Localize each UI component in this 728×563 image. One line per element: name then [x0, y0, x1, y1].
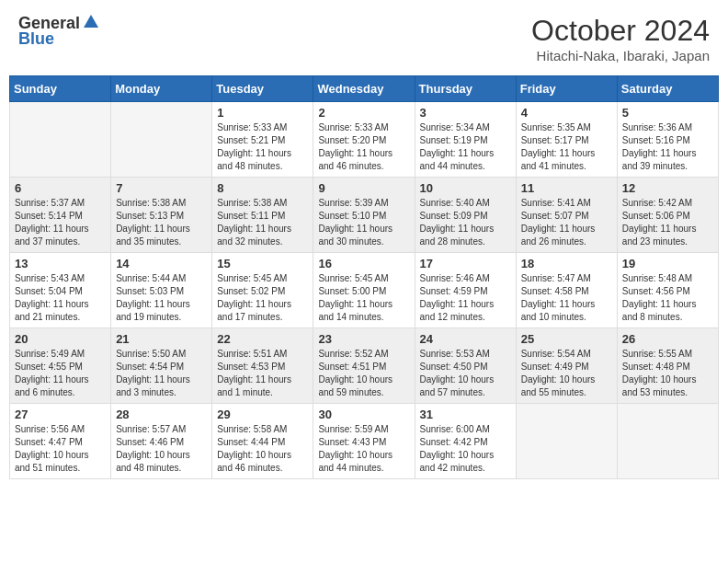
- day-number: 29: [217, 408, 308, 421]
- day-number: 16: [318, 257, 409, 270]
- calendar-cell: 26Sunrise: 5:55 AMSunset: 4:48 PMDayligh…: [617, 328, 718, 404]
- day-number: 19: [622, 257, 713, 270]
- day-info: Sunrise: 5:52 AMSunset: 4:51 PMDaylight:…: [318, 348, 409, 399]
- col-header-saturday: Saturday: [617, 76, 718, 102]
- day-info: Sunrise: 5:43 AMSunset: 5:04 PMDaylight:…: [15, 272, 106, 324]
- day-info: Sunrise: 5:49 AMSunset: 4:55 PMDaylight:…: [15, 348, 106, 399]
- calendar-cell: 18Sunrise: 5:47 AMSunset: 4:58 PMDayligh…: [516, 253, 617, 328]
- calendar-week-row: 20Sunrise: 5:49 AMSunset: 4:55 PMDayligh…: [10, 328, 719, 404]
- day-info: Sunrise: 5:36 AMSunset: 5:16 PMDaylight:…: [622, 121, 713, 173]
- day-info: Sunrise: 5:51 AMSunset: 4:53 PMDaylight:…: [217, 348, 308, 399]
- col-header-wednesday: Wednesday: [313, 76, 415, 102]
- day-info: Sunrise: 5:33 AMSunset: 5:20 PMDaylight:…: [318, 121, 409, 173]
- calendar-cell: 23Sunrise: 5:52 AMSunset: 4:51 PMDayligh…: [313, 328, 415, 404]
- svg-marker-0: [84, 15, 98, 28]
- calendar-cell: 25Sunrise: 5:54 AMSunset: 4:49 PMDayligh…: [516, 328, 617, 404]
- day-info: Sunrise: 5:57 AMSunset: 4:46 PMDaylight:…: [116, 423, 207, 475]
- calendar-cell: 17Sunrise: 5:46 AMSunset: 4:59 PMDayligh…: [415, 253, 516, 328]
- col-header-monday: Monday: [111, 76, 212, 102]
- day-info: Sunrise: 5:53 AMSunset: 4:50 PMDaylight:…: [420, 348, 511, 399]
- day-info: Sunrise: 5:34 AMSunset: 5:19 PMDaylight:…: [420, 121, 511, 173]
- day-number: 6: [15, 181, 106, 195]
- col-header-friday: Friday: [516, 76, 617, 102]
- day-info: Sunrise: 5:41 AMSunset: 5:07 PMDaylight:…: [521, 197, 612, 248]
- calendar-week-row: 6Sunrise: 5:37 AMSunset: 5:14 PMDaylight…: [10, 178, 719, 253]
- day-number: 8: [217, 181, 308, 195]
- day-number: 9: [318, 181, 409, 195]
- calendar-cell: 1Sunrise: 5:33 AMSunset: 5:21 PMDaylight…: [212, 102, 313, 178]
- day-info: Sunrise: 5:46 AMSunset: 4:59 PMDaylight:…: [420, 272, 511, 324]
- logo-blue-text: Blue: [18, 29, 54, 49]
- day-info: Sunrise: 5:40 AMSunset: 5:09 PMDaylight:…: [420, 197, 511, 248]
- day-number: 26: [622, 332, 713, 346]
- day-number: 30: [318, 408, 409, 421]
- logo: General Blue: [18, 14, 100, 49]
- calendar-week-row: 1Sunrise: 5:33 AMSunset: 5:21 PMDaylight…: [10, 102, 719, 178]
- calendar-week-row: 13Sunrise: 5:43 AMSunset: 5:04 PMDayligh…: [10, 253, 719, 328]
- calendar-cell: 31Sunrise: 6:00 AMSunset: 4:42 PMDayligh…: [415, 404, 516, 479]
- col-header-thursday: Thursday: [415, 76, 516, 102]
- day-number: 18: [521, 257, 612, 270]
- month-title: October 2024: [531, 14, 710, 48]
- calendar-cell: 29Sunrise: 5:58 AMSunset: 4:44 PMDayligh…: [212, 404, 313, 479]
- day-number: 2: [318, 106, 409, 120]
- day-info: Sunrise: 5:38 AMSunset: 5:13 PMDaylight:…: [116, 197, 207, 248]
- day-number: 14: [116, 257, 207, 270]
- calendar-cell: 6Sunrise: 5:37 AMSunset: 5:14 PMDaylight…: [10, 178, 111, 253]
- day-number: 28: [116, 408, 207, 421]
- calendar-cell: 8Sunrise: 5:38 AMSunset: 5:11 PMDaylight…: [212, 178, 313, 253]
- calendar-cell: 27Sunrise: 5:56 AMSunset: 4:47 PMDayligh…: [10, 404, 111, 479]
- day-info: Sunrise: 5:42 AMSunset: 5:06 PMDaylight:…: [622, 197, 713, 248]
- day-info: Sunrise: 5:33 AMSunset: 5:21 PMDaylight:…: [217, 121, 308, 173]
- day-info: Sunrise: 5:45 AMSunset: 5:02 PMDaylight:…: [217, 272, 308, 324]
- calendar-cell: [617, 404, 718, 479]
- calendar-cell: 5Sunrise: 5:36 AMSunset: 5:16 PMDaylight…: [617, 102, 718, 178]
- calendar-table: SundayMondayTuesdayWednesdayThursdayFrid…: [9, 75, 719, 479]
- day-info: Sunrise: 5:50 AMSunset: 4:54 PMDaylight:…: [116, 348, 207, 399]
- calendar-cell: 19Sunrise: 5:48 AMSunset: 4:56 PMDayligh…: [617, 253, 718, 328]
- day-number: 3: [420, 106, 511, 120]
- day-number: 31: [420, 408, 511, 421]
- calendar-cell: [10, 102, 111, 178]
- day-info: Sunrise: 6:00 AMSunset: 4:42 PMDaylight:…: [420, 423, 511, 475]
- day-number: 7: [116, 181, 207, 195]
- day-number: 22: [217, 332, 308, 346]
- calendar-cell: 20Sunrise: 5:49 AMSunset: 4:55 PMDayligh…: [10, 328, 111, 404]
- col-header-tuesday: Tuesday: [212, 76, 313, 102]
- calendar-cell: 22Sunrise: 5:51 AMSunset: 4:53 PMDayligh…: [212, 328, 313, 404]
- calendar-cell: 12Sunrise: 5:42 AMSunset: 5:06 PMDayligh…: [617, 178, 718, 253]
- day-number: 24: [420, 332, 511, 346]
- day-info: Sunrise: 5:35 AMSunset: 5:17 PMDaylight:…: [521, 121, 612, 173]
- day-number: 21: [116, 332, 207, 346]
- logo-icon: [82, 13, 100, 31]
- day-number: 1: [217, 106, 308, 120]
- day-number: 27: [15, 408, 106, 421]
- day-info: Sunrise: 5:59 AMSunset: 4:43 PMDaylight:…: [318, 423, 409, 475]
- title-block: October 2024 Hitachi-Naka, Ibaraki, Japa…: [531, 14, 710, 63]
- calendar-cell: 9Sunrise: 5:39 AMSunset: 5:10 PMDaylight…: [313, 178, 415, 253]
- calendar-cell: 16Sunrise: 5:45 AMSunset: 5:00 PMDayligh…: [313, 253, 415, 328]
- calendar-cell: 13Sunrise: 5:43 AMSunset: 5:04 PMDayligh…: [10, 253, 111, 328]
- calendar-cell: 10Sunrise: 5:40 AMSunset: 5:09 PMDayligh…: [415, 178, 516, 253]
- day-number: 4: [521, 106, 612, 120]
- calendar-cell: 2Sunrise: 5:33 AMSunset: 5:20 PMDaylight…: [313, 102, 415, 178]
- day-number: 23: [318, 332, 409, 346]
- calendar-week-row: 27Sunrise: 5:56 AMSunset: 4:47 PMDayligh…: [10, 404, 719, 479]
- calendar-cell: 28Sunrise: 5:57 AMSunset: 4:46 PMDayligh…: [111, 404, 212, 479]
- page-header: General Blue October 2024 Hitachi-Naka, …: [9, 9, 719, 68]
- day-info: Sunrise: 5:37 AMSunset: 5:14 PMDaylight:…: [15, 197, 106, 248]
- calendar-cell: 7Sunrise: 5:38 AMSunset: 5:13 PMDaylight…: [111, 178, 212, 253]
- day-info: Sunrise: 5:56 AMSunset: 4:47 PMDaylight:…: [15, 423, 106, 475]
- day-number: 15: [217, 257, 308, 270]
- calendar-header-row: SundayMondayTuesdayWednesdayThursdayFrid…: [10, 76, 719, 102]
- day-info: Sunrise: 5:47 AMSunset: 4:58 PMDaylight:…: [521, 272, 612, 324]
- day-number: 25: [521, 332, 612, 346]
- calendar-cell: 4Sunrise: 5:35 AMSunset: 5:17 PMDaylight…: [516, 102, 617, 178]
- calendar-cell: 15Sunrise: 5:45 AMSunset: 5:02 PMDayligh…: [212, 253, 313, 328]
- day-info: Sunrise: 5:45 AMSunset: 5:00 PMDaylight:…: [318, 272, 409, 324]
- day-number: 13: [15, 257, 106, 270]
- calendar-cell: 30Sunrise: 5:59 AMSunset: 4:43 PMDayligh…: [313, 404, 415, 479]
- day-number: 20: [15, 332, 106, 346]
- day-number: 5: [622, 106, 713, 120]
- day-number: 11: [521, 181, 612, 195]
